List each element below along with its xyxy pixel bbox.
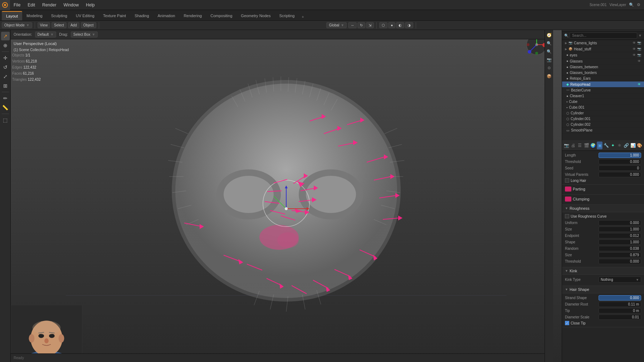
output-props-icon[interactable]: 🖨 [570,142,576,149]
outliner-head-stuff[interactable]: ▶ 📦 Head_stuff 👁 📷 [562,46,644,52]
menu-edit[interactable]: Edit [24,0,39,10]
diameter-scale-value[interactable]: 0.01 [599,314,641,320]
roughness-shape-value[interactable]: 1.000 [599,239,641,245]
close-tip-checkbox[interactable]: ✓ [565,321,569,325]
eye-icon-glasses[interactable]: 👁 [637,59,641,63]
object-props-icon[interactable]: ⚙ [546,64,553,71]
rotate-tool[interactable]: ↺ [1,63,10,71]
outliner-bezier-curve[interactable]: 〰 BezierCurve [562,88,644,93]
clumping-color-swatch[interactable] [565,197,571,202]
roughness-size2-value[interactable]: 0.879 [599,252,641,258]
mode-dropdown[interactable]: Object Mode ▼ [2,22,32,28]
roughness-uniform-value[interactable]: 0.000 [599,220,641,225]
virtual-parents-value[interactable]: 0.000 [599,172,641,177]
seed-value[interactable]: 0 [599,165,641,171]
render-props-icon[interactable]: 📷 [564,142,570,149]
outliner-cylinder[interactable]: ⬡ Cylinder [562,110,644,116]
move-tool-btn[interactable]: ↔ [348,22,357,28]
menu-file[interactable]: File [10,0,24,10]
tab-compositing[interactable]: Compositing [206,11,236,20]
outliner-glasses[interactable]: ● Glasses 👁 [562,58,644,64]
drag-dropdown[interactable]: Select Box ▼ [71,31,98,38]
modifier-props-icon[interactable]: 🔧 [603,142,609,149]
outliner-glasses-borders[interactable]: ● Glasses_borders [562,70,644,76]
main-viewport[interactable]: User Perspective (Local) (1) Scene Colle… [11,30,562,362]
render-icon-eyes[interactable]: 📷 [637,53,641,57]
add-tab-button[interactable]: + [299,13,307,20]
scene-props-icon[interactable]: 🎬 [584,142,590,149]
parting-color-swatch[interactable] [565,187,571,192]
tab-geometry-nodes[interactable]: Geometry Nodes [236,11,275,20]
rotate-tool-btn[interactable]: ↻ [357,22,365,28]
outliner-cleaver1[interactable]: ● Cleaver1 [562,93,644,99]
add-cube-tool[interactable]: ⬚ [1,116,10,124]
camera-view-icon[interactable]: 📷 [546,56,553,63]
filter-outliner-icon[interactable]: ▼ [638,34,642,38]
data-props-icon[interactable]: 📊 [630,142,636,149]
rendered-btn[interactable]: ◑ [405,22,413,28]
eye-icon-1[interactable]: 👁 [632,47,636,51]
menu-render[interactable]: Render [39,0,60,10]
outliner-cylinder-001[interactable]: ⬡ Cylinder.001 [562,116,644,122]
outliner-camera-lights[interactable]: ▶ 📷 Camera_lights 👁 📷 [562,40,644,46]
eye-icon-eyes[interactable]: 👁 [632,53,636,57]
diameter-root-value[interactable]: 0.11 m [599,302,641,307]
outliner-smooth-plane[interactable]: ▭ SmoothPlane [562,128,644,133]
scale-tool[interactable]: ⤢ [1,72,10,81]
render-icon-1[interactable]: 📷 [637,47,641,51]
eye-icon-rh[interactable]: 👁 [637,82,641,86]
select-tool[interactable]: ↗ [1,32,10,40]
cursor-tool[interactable]: ⊕ [1,41,10,50]
threshold-value[interactable]: 0.000 [599,159,641,164]
tab-sculpting[interactable]: Sculpting [47,11,72,20]
view-layer-props-icon[interactable]: ☰ [577,142,583,149]
object-props-icon[interactable]: ▣ [597,142,603,149]
menu-help[interactable]: Help [82,0,98,10]
roughness-random-value[interactable]: 0.038 [599,246,641,251]
zoom-in-icon[interactable]: 🔍 [546,40,553,47]
outliner-cube-001[interactable]: ▪ Cube.001 [562,105,644,110]
kink-section-header[interactable]: ▼ Kink [562,267,644,275]
tab-shading[interactable]: Shading [130,11,153,20]
outliner-eyes[interactable]: ● eyes 👁 📷 [562,52,644,58]
tab-layout[interactable]: Layout [2,11,22,20]
scale-tool-btn[interactable]: ⇲ [366,22,374,28]
annotate-tool[interactable]: ✏ [1,94,10,103]
transform-tool[interactable]: ⊞ [1,81,10,90]
constraints-props-icon[interactable]: 🔗 [623,142,629,149]
select-menu[interactable]: Select [52,22,67,28]
outliner-cylinder-002[interactable]: ⬡ Cylinder.002 [562,122,644,128]
settings-icon[interactable]: ⚙ [637,3,640,7]
hair-shape-section-header[interactable]: ▼ Hair Shape [562,286,644,293]
particles-props-icon[interactable]: ✦ [610,142,616,149]
zoom-out-icon[interactable]: 🔍 [546,48,553,55]
long-hair-checkbox[interactable] [565,178,569,183]
material-props-icon[interactable]: 🎨 [636,142,643,149]
collection-icon[interactable]: 📦 [546,73,553,80]
search-icon[interactable]: 🔍 [629,3,634,7]
use-roughness-curve-checkbox[interactable] [565,214,569,218]
measure-tool[interactable]: 📏 [1,103,10,112]
tab-modeling[interactable]: Modeling [22,11,47,20]
tab-animation[interactable]: Animation [153,11,180,20]
view-menu[interactable]: View [38,22,50,28]
physics-props-icon[interactable]: ⚛ [617,142,623,149]
outliner-glasses-between[interactable]: ● Glasses_between [562,64,644,70]
global-dropdown[interactable]: Global ▼ [326,22,347,28]
tab-uv-editing[interactable]: UV Editing [72,11,99,20]
outliner-search-input[interactable] [570,33,637,39]
tab-rendering[interactable]: Rendering [179,11,206,20]
outliner-retopo-head[interactable]: ◆ RetopoHead 👁 [562,81,644,88]
blender-logo[interactable] [0,0,10,10]
object-menu[interactable]: Object [81,22,96,28]
add-menu[interactable]: Add [68,22,79,28]
kink-type-dropdown[interactable]: Nothing ▼ [599,277,641,283]
eye-icon-0[interactable]: 👁 [632,41,636,45]
orientation-dropdown[interactable]: Default ▼ [35,31,57,38]
wireframe-btn[interactable]: ⬡ [379,22,387,28]
viewport-nav-icon[interactable]: 🧭 [546,31,553,39]
material-btn[interactable]: ◐ [396,22,404,28]
roughness-size-value[interactable]: 1.000 [599,227,641,232]
roughness-endpoint-value[interactable]: 0.012 [599,233,641,238]
menu-window[interactable]: Window [60,0,82,10]
